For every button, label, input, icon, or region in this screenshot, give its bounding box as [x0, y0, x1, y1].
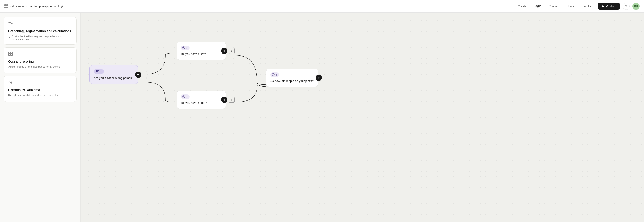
node-4-badge: 4	[270, 72, 279, 77]
svg-rect-3	[11, 54, 12, 56]
logo[interactable]: Help center	[4, 5, 24, 8]
publish-label: Publish	[606, 5, 616, 8]
node-1-badge: 1	[94, 69, 104, 74]
logo-grid-icon	[4, 5, 8, 8]
node-3-badge-icon	[182, 95, 185, 98]
svg-rect-7	[98, 70, 98, 71]
help-icon: ?	[625, 5, 627, 8]
breadcrumb-separator: ›	[26, 5, 27, 8]
branching-check-text: Customize the flow, segment respondents …	[12, 35, 72, 40]
svg-rect-1	[11, 52, 12, 54]
svg-rect-0	[9, 52, 10, 54]
branching-check: ✓ Customize the flow, segment respondent…	[8, 35, 72, 40]
nav-share[interactable]: Share	[563, 3, 577, 9]
node-2-text: Do you have a cat?	[181, 52, 222, 56]
node-2-add[interactable]: +	[221, 48, 228, 54]
personalize-title: Personalize with data	[8, 88, 72, 92]
node-2-actions: +	[221, 48, 234, 54]
node-1-badge-icon	[96, 70, 99, 73]
node-3[interactable]: 3 Do you have a dog? +	[177, 91, 226, 109]
header-nav: Create Logic Connect Share Results	[514, 3, 594, 10]
node-3-actions: +	[221, 97, 234, 103]
header: Help center › cat dog pineapple bad logi…	[0, 0, 644, 13]
node-3-branch[interactable]	[229, 97, 234, 103]
node-1-text: Are you a cat or a dog person?	[94, 76, 134, 80]
node-2[interactable]: 2 Do you have a cat? +	[177, 42, 226, 60]
node-4-actions: +	[316, 75, 322, 81]
flow-container: 1 Are you a cat or a dog person? +	[80, 13, 644, 222]
node-1-branch-top	[144, 69, 149, 80]
header-left: Help center › cat dog pineapple bad logi…	[4, 5, 511, 8]
nav-connect[interactable]: Connect	[546, 3, 562, 9]
node-2-num: 2	[186, 47, 188, 49]
main-layout: Branching, segmentation and calculations…	[0, 13, 644, 222]
branching-icon	[8, 21, 72, 27]
personalize-icon: {x}	[8, 80, 72, 86]
node-4[interactable]: 4 So now, pineapple on your pizza? +	[266, 69, 318, 87]
node-1-actions: +	[135, 71, 141, 78]
nav-results[interactable]: Results	[578, 3, 594, 9]
node-3-badge: 3	[181, 94, 190, 99]
branching-title: Branching, segmentation and calculations	[8, 29, 72, 33]
avatar-initials: RH	[634, 5, 638, 8]
quiz-title: Quiz and scoring	[8, 59, 72, 63]
nav-logic[interactable]: Logic	[530, 3, 544, 10]
node-1[interactable]: 1 Are you a cat or a dog person? +	[90, 65, 138, 84]
personalize-desc: Bring in external data and create variab…	[8, 93, 72, 97]
node-2-badge-icon	[182, 46, 185, 50]
card-personalize[interactable]: {x} Personalize with data Bring in exter…	[4, 76, 77, 101]
publish-button[interactable]: ▶ Publish	[598, 3, 620, 10]
node-1-add-top[interactable]: +	[135, 71, 141, 78]
avatar[interactable]: RH	[632, 3, 640, 10]
svg-text:{x}: {x}	[8, 81, 12, 84]
help-button[interactable]: ?	[622, 3, 630, 10]
help-center-label: Help center	[10, 5, 24, 8]
node-4-text: So now, pineapple on your pizza?	[270, 79, 314, 83]
svg-rect-2	[9, 54, 10, 56]
svg-rect-5	[96, 70, 97, 71]
node-3-text: Do you have a dog?	[181, 101, 222, 105]
check-icon: ✓	[8, 36, 10, 39]
node-4-badge-icon	[272, 73, 274, 76]
quiz-icon	[8, 52, 72, 57]
card-quiz[interactable]: Quiz and scoring Assign points or ending…	[4, 47, 77, 73]
svg-rect-6	[96, 71, 98, 72]
header-right: ▶ Publish ? RH	[598, 3, 640, 10]
flow-canvas: 1 Are you a cat or a dog person? +	[80, 13, 644, 222]
nav-create[interactable]: Create	[514, 3, 530, 9]
sidebar: Branching, segmentation and calculations…	[0, 13, 80, 222]
quiz-desc: Assign points or endings based on answer…	[8, 65, 72, 69]
breadcrumb-title: cat dog pineapple bad logic	[29, 5, 64, 8]
node-2-badge: 2	[181, 46, 190, 50]
node-3-num: 3	[186, 95, 188, 98]
node-4-add[interactable]: +	[316, 75, 322, 81]
node-3-add[interactable]: +	[221, 97, 228, 103]
node-2-branch[interactable]	[229, 48, 234, 54]
node-4-num: 4	[276, 74, 277, 76]
card-branching[interactable]: Branching, segmentation and calculations…	[4, 17, 77, 45]
connections-svg	[80, 13, 644, 222]
node-1-num: 1	[100, 70, 102, 73]
publish-icon: ▶	[602, 5, 604, 8]
